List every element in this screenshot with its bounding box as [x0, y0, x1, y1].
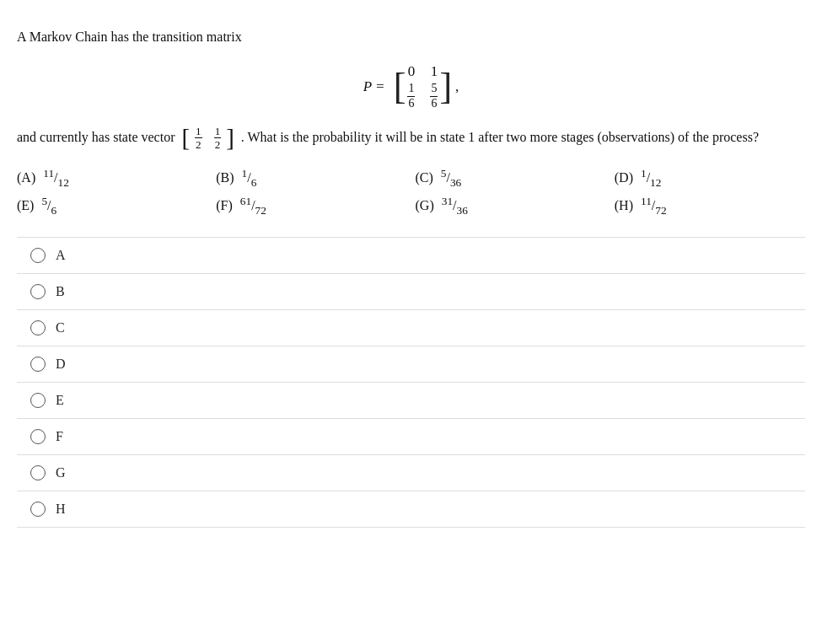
radio-b[interactable]: [30, 284, 46, 299]
state-vector-text: and currently has state vector: [17, 130, 175, 144]
answer-label-b: B: [56, 284, 65, 299]
choice-g: (G) 31/36: [416, 195, 606, 217]
answer-row-e[interactable]: E: [17, 382, 805, 418]
choices-grid: (A) 11/12 (B) 1/6 (C) 5/36 (D) 1/12 (E) …: [17, 167, 805, 217]
answer-label-h: H: [56, 502, 66, 517]
question-intro: A Markov Chain has the transition matrix: [17, 25, 805, 48]
answer-row-a[interactable]: A: [17, 237, 805, 273]
question-end: . What is the probability it will be in …: [241, 130, 759, 144]
cell-r2c1: 1 6: [407, 82, 415, 110]
choice-d: (D) 1/12: [615, 167, 805, 190]
frac-1-6: 1 6: [407, 82, 415, 110]
matrix-display: P = [ 0 1 1 6 5 6 ] ,: [17, 63, 805, 110]
cell-r1c2: 1: [430, 63, 438, 80]
bracket-right: ]: [439, 68, 452, 105]
choice-h: (H) 11/72: [615, 195, 805, 217]
matrix-bracket: [ 0 1 1 6 5 6 ] ,: [392, 63, 459, 110]
frac-5-6: 5 6: [430, 82, 438, 110]
choice-a: (A) 11/12: [17, 167, 207, 190]
answer-row-g[interactable]: G: [17, 454, 805, 491]
choice-e: (E) 5/6: [17, 195, 207, 217]
answer-row-c[interactable]: C: [17, 309, 805, 346]
choice-f: (F) 61/72: [216, 195, 406, 217]
answer-label-a: A: [56, 248, 66, 263]
answer-row-h[interactable]: H: [17, 491, 805, 528]
answer-row-f[interactable]: F: [17, 418, 805, 454]
bracket-left: [: [394, 68, 406, 105]
radio-c[interactable]: [30, 320, 46, 335]
answer-row-d[interactable]: D: [17, 346, 805, 382]
answer-label-c: C: [56, 320, 65, 335]
choice-c: (C) 5/36: [416, 167, 606, 190]
radio-e[interactable]: [30, 393, 46, 408]
sv-frac1: 1 2: [195, 125, 202, 153]
p-label: P =: [363, 78, 389, 95]
answer-label-e: E: [56, 393, 64, 408]
choice-b: (B) 1/6: [216, 167, 406, 190]
sv-frac2: 1 2: [214, 125, 222, 153]
radio-d[interactable]: [30, 357, 46, 372]
answer-row-b[interactable]: B: [17, 273, 805, 309]
cell-r2c2: 5 6: [430, 82, 438, 110]
cell-r1c1: 0: [407, 63, 415, 80]
answer-label-g: G: [56, 465, 66, 480]
state-vector-bracket: [ 1 2 1 2 ]: [181, 125, 234, 153]
intro-text: A Markov Chain has the transition matrix: [17, 30, 242, 44]
radio-h[interactable]: [30, 502, 46, 517]
radio-a[interactable]: [30, 248, 46, 263]
answer-label-f: F: [56, 429, 63, 444]
matrix-cells: 0 1 1 6 5 6: [407, 63, 438, 110]
radio-f[interactable]: [30, 429, 46, 444]
state-vector-line: and currently has state vector [ 1 2 1 2…: [17, 125, 805, 153]
radio-g[interactable]: [30, 465, 46, 480]
answer-list: A B C D E F G H: [17, 237, 805, 528]
answer-label-d: D: [56, 357, 66, 372]
